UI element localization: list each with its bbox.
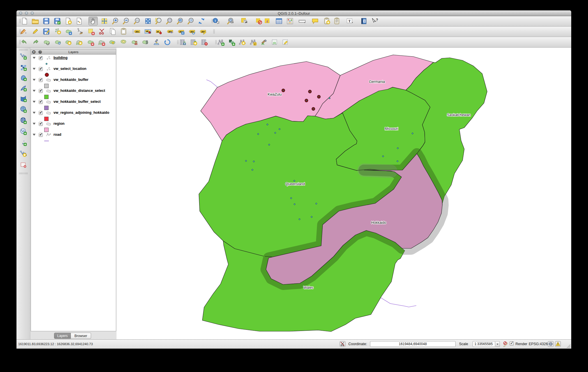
svg-text:T: T xyxy=(348,19,351,23)
svg-text:?: ? xyxy=(364,20,365,23)
svg-text:’: ’ xyxy=(23,140,24,143)
svg-text:?: ? xyxy=(376,18,378,22)
svg-text:ab: ab xyxy=(146,30,148,32)
svg-text:Queensland: Queensland xyxy=(285,182,305,186)
svg-text:ab: ab xyxy=(157,31,159,33)
svg-text:KwaZulu: KwaZulu xyxy=(268,92,282,96)
svg-text:Hokkaido: Hokkaido xyxy=(371,221,386,225)
svg-text:ε: ε xyxy=(267,19,268,23)
svg-text:Saskatchewan: Saskatchewan xyxy=(447,113,470,117)
svg-text:abc: abc xyxy=(136,30,139,33)
svg-text:i: i xyxy=(215,19,216,22)
svg-text:Missouri: Missouri xyxy=(385,127,398,131)
svg-text:Wales: Wales xyxy=(304,286,313,290)
svg-text:Germania: Germania xyxy=(369,80,385,84)
svg-text:1:1: 1:1 xyxy=(136,19,139,21)
